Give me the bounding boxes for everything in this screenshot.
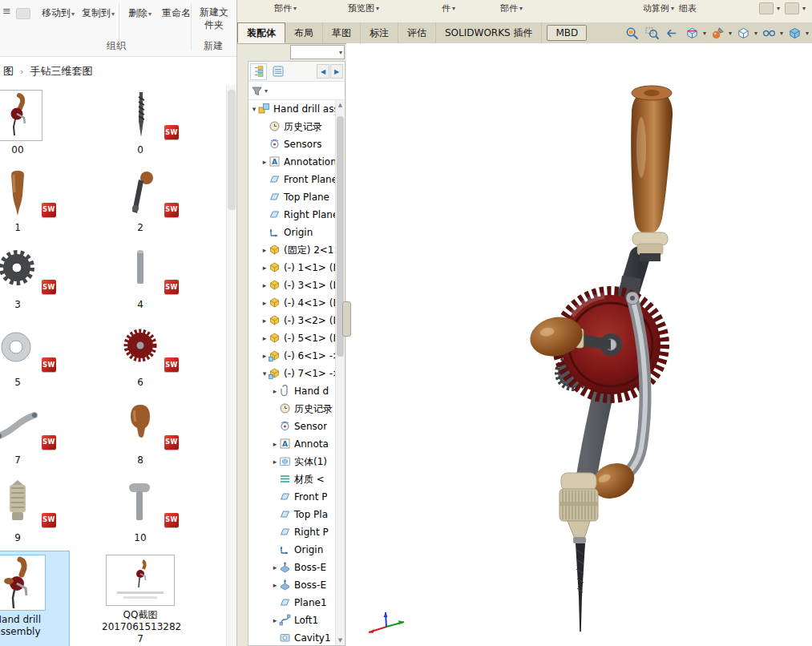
toolbar-button[interactable]: 部件▾ <box>500 2 523 14</box>
file-item[interactable]: SW3 <box>0 241 69 319</box>
hide-show-items-icon[interactable] <box>762 25 778 41</box>
chevron-down-icon[interactable]: ▾ <box>293 5 297 12</box>
panel-splitter-handle[interactable] <box>342 301 351 337</box>
tree-item[interactable]: Right P <box>248 523 336 541</box>
tree-item[interactable]: Right Plane <box>248 206 336 224</box>
tab-addins[interactable]: SOLIDWORKS 插件 <box>436 22 542 43</box>
explorer-scrollbar[interactable] <box>226 85 236 646</box>
scroll-up-icon[interactable]: ▲ <box>336 100 345 110</box>
file-item[interactable]: SW1 <box>0 164 69 242</box>
collapse-arrow-icon[interactable]: ▸ <box>271 387 279 395</box>
toolbar-button[interactable]: 动算例▾ <box>643 2 674 14</box>
collapse-arrow-icon[interactable]: ▸ <box>261 317 269 325</box>
view-settings-icon[interactable] <box>787 25 803 41</box>
new-folder-button[interactable]: 新建文件夹 <box>197 6 231 31</box>
tree-item[interactable]: ▸Boss-E <box>248 576 336 594</box>
zoom-to-fit-icon[interactable] <box>624 25 640 41</box>
toolbar-button[interactable]: 部件▾ <box>274 2 297 14</box>
tree-item[interactable]: Top Pla <box>248 506 336 523</box>
tab-evaluate[interactable]: 评估 <box>398 22 436 43</box>
tree-item[interactable]: ▸AAnnota <box>248 435 336 453</box>
tree-item[interactable]: ▸Boss-E <box>248 559 336 576</box>
collapse-arrow-icon[interactable]: ▸ <box>261 246 269 254</box>
toolbar-icon[interactable] <box>759 2 774 14</box>
tree-item[interactable]: ▾Hand drill asse <box>248 100 336 118</box>
collapse-arrow-icon[interactable]: ▸ <box>261 281 269 289</box>
file-item[interactable]: Hand drill assembly <box>0 551 69 646</box>
collapse-arrow-icon[interactable]: ▸ <box>271 440 279 448</box>
file-item[interactable]: SW4 <box>76 241 204 319</box>
previous-view-icon[interactable] <box>665 25 681 41</box>
tree-item[interactable]: 历史记录 <box>248 118 336 135</box>
tree-item[interactable]: Top Plane <box>248 188 336 206</box>
tree-item[interactable]: 材质 < <box>248 470 336 488</box>
scroll-left-icon[interactable]: ◀ <box>317 64 329 79</box>
reference-triad[interactable] <box>359 606 410 641</box>
chevron-down-icon[interactable]: ▾ <box>806 30 809 37</box>
displaymanager-tab-icon[interactable] <box>269 63 286 80</box>
tree-scrollbar[interactable]: ▲ ▼ <box>335 100 345 645</box>
tree-item[interactable]: Cavity1 <box>248 629 336 645</box>
display-pane-dropdown[interactable]: ▾ <box>290 45 345 59</box>
toolbar-button[interactable]: 件▾ <box>442 2 455 14</box>
chevron-down-icon[interactable]: ▾ <box>729 30 732 37</box>
collapse-arrow-icon[interactable]: ▸ <box>261 158 269 166</box>
tree-item[interactable]: ▸(-) 3<1> (D <box>248 277 336 294</box>
rename-button[interactable]: 重命名 <box>162 6 191 20</box>
chevron-down-icon[interactable]: ▾ <box>671 5 674 12</box>
chevron-down-icon[interactable]: ▾ <box>703 30 706 37</box>
tree-item[interactable]: ▾(-) 7<1> -> <box>248 365 336 382</box>
tree-item[interactable]: ▸实体(1) <box>248 453 336 470</box>
file-item[interactable]: SW9 <box>0 474 69 552</box>
file-item[interactable]: SW8 <box>76 397 204 474</box>
collapse-arrow-icon[interactable]: ▸ <box>271 563 279 571</box>
tree-item[interactable]: ▸(固定) 2<1> <box>248 241 336 259</box>
tree-item[interactable]: ▸Hand d <box>248 382 336 400</box>
chevron-down-icon[interactable]: ▾ <box>802 5 806 12</box>
tab-sketch[interactable]: 草图 <box>323 22 361 43</box>
zoom-to-area-icon[interactable] <box>644 25 661 41</box>
tree-item[interactable]: Origin <box>248 541 336 559</box>
chevron-down-icon[interactable]: ▾ <box>777 5 780 12</box>
breadcrumb[interactable]: 图 › 手钻三维套图 <box>0 58 227 85</box>
tab-annotation[interactable]: 标注 <box>361 22 398 43</box>
copy-to-button[interactable]: 复制到▾ <box>82 6 115 20</box>
collapse-arrow-icon[interactable]: ▸ <box>261 299 269 307</box>
collapse-arrow-icon[interactable]: ▸ <box>261 352 269 360</box>
expand-arrow-icon[interactable]: ▾ <box>250 105 258 113</box>
collapse-arrow-icon[interactable]: ▸ <box>271 616 279 624</box>
graphics-viewport[interactable] <box>346 43 812 646</box>
file-item[interactable]: SW2 <box>76 164 204 242</box>
collapse-arrow-icon[interactable]: ▸ <box>261 334 269 342</box>
tab-mbd[interactable]: MBD <box>547 25 587 41</box>
section-view-icon[interactable] <box>685 25 701 41</box>
chevron-down-icon[interactable]: ▾ <box>265 87 268 95</box>
file-item[interactable]: 00 <box>0 87 69 164</box>
expand-arrow-icon[interactable]: ▾ <box>261 369 269 378</box>
tree-item[interactable]: Front Plane <box>248 171 336 188</box>
toolbar-icon[interactable] <box>785 2 799 14</box>
delete-button[interactable]: 删除▾ <box>128 6 151 20</box>
tree-item[interactable]: ▸Loft1 <box>248 612 336 629</box>
tree-item[interactable]: ▸(-) 4<1> (D <box>248 294 336 312</box>
tree-filter-bar[interactable]: ▾ <box>248 82 345 100</box>
tree-item[interactable]: ▸(-) 1<1> (D <box>248 259 336 277</box>
scrollbar-thumb[interactable] <box>228 90 236 210</box>
collapse-arrow-icon[interactable]: ▸ <box>271 458 279 466</box>
display-style-icon[interactable] <box>736 25 752 41</box>
scroll-right-icon[interactable]: ▶ <box>330 64 343 79</box>
tree-item[interactable]: ▸(-) 5<1> (D <box>248 329 336 347</box>
chevron-down-icon[interactable]: ▾ <box>780 30 783 37</box>
file-item[interactable]: SW0 <box>76 87 204 164</box>
tree-item[interactable]: ▸AAnnotations <box>248 153 336 171</box>
chevron-down-icon[interactable]: ▾ <box>754 30 757 37</box>
file-item[interactable]: SW5 <box>0 319 69 397</box>
chevron-down-icon[interactable]: ▾ <box>376 5 379 12</box>
tree-item[interactable]: Origin <box>248 224 336 241</box>
tree-item[interactable]: 历史记录 <box>248 400 336 418</box>
chevron-down-icon[interactable]: ▾ <box>452 5 455 12</box>
tab-assembly[interactable]: 装配体 <box>237 22 285 43</box>
toolbar-button[interactable]: 细表 <box>679 2 697 14</box>
breadcrumb-root[interactable]: 图 <box>3 64 14 79</box>
tree-item[interactable]: Sensors <box>248 135 336 153</box>
